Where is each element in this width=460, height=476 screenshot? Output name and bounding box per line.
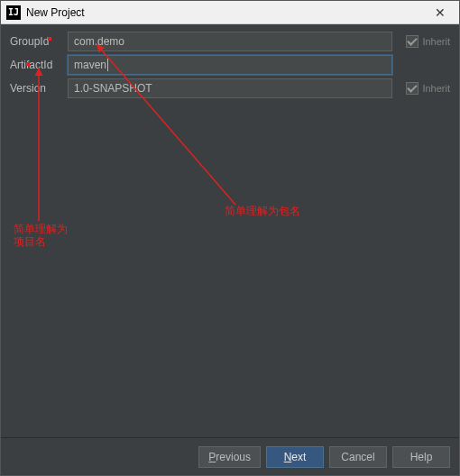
help-button[interactable]: Help xyxy=(392,446,450,468)
version-row: Version 1.0-SNAPSHOT Inherit xyxy=(6,77,450,100)
cancel-button[interactable]: Cancel xyxy=(329,446,387,468)
dialog-footer: Previous Next Cancel Help xyxy=(1,437,459,475)
version-inherit[interactable]: Inherit xyxy=(392,82,450,95)
version-value: 1.0-SNAPSHOT xyxy=(74,82,152,95)
groupid-value: com.demo xyxy=(74,35,124,48)
artifactid-input[interactable]: maven xyxy=(68,55,392,75)
previous-button[interactable]: Previous xyxy=(198,446,261,468)
groupid-row: GroupId com.demo Inherit xyxy=(6,30,450,53)
annotation-left: 简单理解为项目名 xyxy=(14,223,68,248)
artifactid-row: ArtifactId maven xyxy=(6,53,450,77)
new-project-window: IJ New Project ✕ GroupId com.demo Inheri… xyxy=(0,0,460,476)
annotation-right: 简单理解为包名 xyxy=(225,205,300,217)
checkbox-checked-icon xyxy=(406,35,419,48)
text-caret-icon xyxy=(107,59,108,71)
titlebar: IJ New Project ✕ xyxy=(1,1,459,24)
version-input[interactable]: 1.0-SNAPSHOT xyxy=(68,78,392,98)
inherit-label: Inherit xyxy=(422,36,450,47)
artifactid-value: maven xyxy=(74,59,106,71)
window-title: New Project xyxy=(26,6,427,19)
groupid-label: GroupId xyxy=(6,35,68,48)
dialog-body: GroupId com.demo Inherit ArtifactId mave… xyxy=(1,24,459,437)
groupid-input[interactable]: com.demo xyxy=(68,32,392,51)
checkbox-checked-icon xyxy=(406,82,419,95)
groupid-inherit[interactable]: Inherit xyxy=(392,35,450,48)
app-icon: IJ xyxy=(6,5,21,20)
version-label: Version xyxy=(6,82,68,95)
inherit-label: Inherit xyxy=(422,83,450,94)
next-button[interactable]: Next xyxy=(266,446,324,468)
close-button[interactable]: ✕ xyxy=(427,5,454,20)
artifactid-label: ArtifactId xyxy=(6,59,68,71)
